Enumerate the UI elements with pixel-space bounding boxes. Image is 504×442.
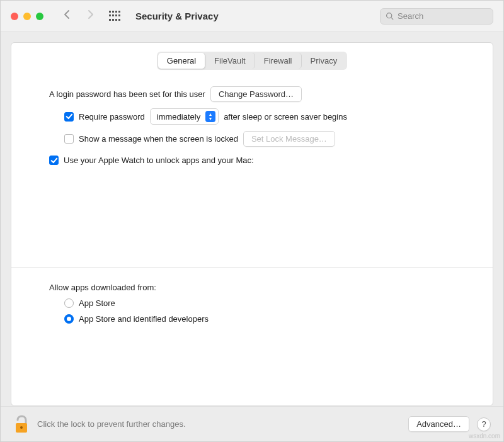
minimize-window-button[interactable] xyxy=(23,13,31,20)
stepper-icon: ▴▾ xyxy=(205,111,215,122)
search-icon xyxy=(386,12,394,20)
set-lock-message-button[interactable]: Set Lock Message… xyxy=(243,131,335,147)
radio-app-store[interactable] xyxy=(64,298,74,308)
tab-filevault[interactable]: FileVault xyxy=(205,53,255,69)
close-window-button[interactable] xyxy=(11,13,18,20)
require-password-value: immediately xyxy=(157,112,200,122)
content-area: General FileVault Firewall Privacy A log… xyxy=(1,32,503,406)
downloads-section: Allow apps downloaded from: App Store Ap… xyxy=(11,267,493,405)
search-placeholder: Search xyxy=(398,11,423,21)
change-password-button[interactable]: Change Password… xyxy=(210,86,302,102)
apple-watch-checkbox[interactable] xyxy=(49,156,59,165)
show-all-icon[interactable] xyxy=(109,11,120,22)
search-input[interactable]: Search xyxy=(380,8,493,25)
radio-identified-developers[interactable] xyxy=(64,314,74,324)
window-title: Security & Privacy xyxy=(135,11,219,21)
preferences-window: Security & Privacy Search General FileVa… xyxy=(0,0,504,442)
forward-button[interactable] xyxy=(85,7,96,25)
svg-point-3 xyxy=(20,426,23,429)
lock-hint-text: Click the lock to prevent further change… xyxy=(37,419,401,429)
require-password-label: Require password xyxy=(79,112,145,122)
watermark: wsxdn.com xyxy=(469,433,500,439)
login-section: A login password has been set for this u… xyxy=(11,75,493,189)
tab-firewall[interactable]: Firewall xyxy=(255,53,302,69)
footer: Click the lock to prevent further change… xyxy=(1,406,503,441)
tab-privacy[interactable]: Privacy xyxy=(302,53,346,69)
back-button[interactable] xyxy=(61,7,72,25)
svg-point-0 xyxy=(387,13,392,18)
preferences-panel: General FileVault Firewall Privacy A log… xyxy=(11,42,493,406)
require-password-checkbox[interactable] xyxy=(64,112,74,122)
tab-bar: General FileVault Firewall Privacy xyxy=(11,43,493,75)
svg-line-1 xyxy=(391,18,393,20)
show-message-checkbox[interactable] xyxy=(64,134,74,144)
nav-arrows xyxy=(61,7,96,25)
segmented-control: General FileVault Firewall Privacy xyxy=(157,52,347,70)
advanced-button[interactable]: Advanced… xyxy=(408,416,469,432)
lock-icon[interactable] xyxy=(13,415,30,434)
downloads-heading: Allow apps downloaded from: xyxy=(49,283,156,292)
apple-watch-label: Use your Apple Watch to unlock apps and … xyxy=(64,156,254,165)
require-password-delay-select[interactable]: immediately ▴▾ xyxy=(150,108,219,125)
show-message-label: Show a message when the screen is locked xyxy=(79,134,238,144)
require-password-suffix: after sleep or screen saver begins xyxy=(224,112,347,122)
help-button[interactable]: ? xyxy=(477,417,491,431)
tab-general[interactable]: General xyxy=(158,53,205,69)
radio-app-store-label: App Store xyxy=(79,298,115,308)
radio-identified-developers-label: App Store and identified developers xyxy=(79,314,209,324)
zoom-window-button[interactable] xyxy=(36,13,43,20)
window-controls xyxy=(11,13,43,20)
login-password-text: A login password has been set for this u… xyxy=(49,89,205,99)
titlebar: Security & Privacy Search xyxy=(1,1,503,32)
